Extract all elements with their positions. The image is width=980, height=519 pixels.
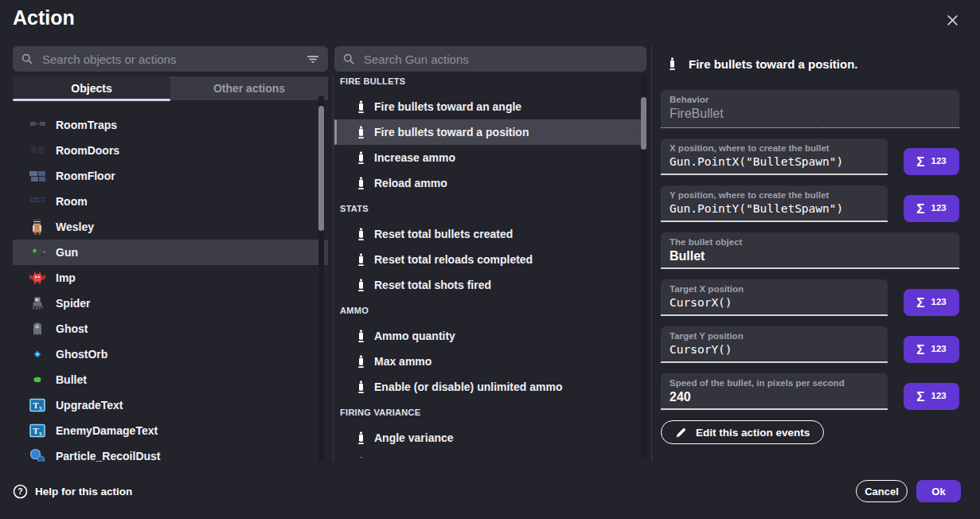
action-item-partial[interactable] xyxy=(334,451,646,458)
cancel-button[interactable]: Cancel xyxy=(856,480,908,502)
action-item-angle-variance[interactable]: Angle variance xyxy=(334,425,646,451)
field-y-position[interactable]: Y position, where to create the bulletGu… xyxy=(661,185,888,222)
sigma-icon: Σ xyxy=(916,202,924,216)
action-item-fire-bullets-toward-an-angle[interactable]: Fire bullets toward an angle xyxy=(334,94,646,119)
field-label: Speed of the bullet, in pixels per secon… xyxy=(670,378,879,388)
object-item-bullet[interactable]: Bullet xyxy=(13,367,328,392)
field-row-speed: Speed of the bullet, in pixels per secon… xyxy=(661,373,959,410)
object-item-spider[interactable]: Spider xyxy=(13,291,328,316)
numeric-badge: 123 xyxy=(931,345,947,354)
spider-icon xyxy=(29,295,46,312)
expression-editor-button[interactable]: Σ123 xyxy=(904,383,959,410)
field-target-y[interactable]: Target Y positionCursorY() xyxy=(661,326,888,363)
tab-objects[interactable]: Objects xyxy=(13,76,170,100)
numeric-badge: 123 xyxy=(931,298,947,307)
sigma-icon: Σ xyxy=(916,296,924,310)
numeric-badge: 123 xyxy=(931,157,947,166)
action-item-fire-bullets-toward-a-position[interactable]: Fire bullets toward a position xyxy=(334,119,646,145)
svg-text:x: x xyxy=(39,430,42,437)
object-item-label: Spider xyxy=(56,297,91,310)
help-link[interactable]: ? Help for this action xyxy=(13,480,132,502)
action-item-reload-ammo[interactable]: Reload ammo xyxy=(334,170,646,196)
object-item-roomfloor[interactable]: RoomFloor xyxy=(13,163,328,189)
particle-icon xyxy=(29,447,46,462)
field-row-x-position: X position, where to create the bulletGu… xyxy=(661,139,959,175)
action-item-reset-total-bullets-created[interactable]: Reset total bullets created xyxy=(334,221,646,247)
field-value: FireBullet xyxy=(670,107,951,121)
section-header-firing-variance: FIRING VARIANCE xyxy=(334,400,646,425)
ok-button[interactable]: Ok xyxy=(916,480,961,502)
object-item-ghost[interactable]: Ghost xyxy=(13,316,328,341)
bullet-action-icon xyxy=(356,252,366,267)
field-speed[interactable]: Speed of the bullet, in pixels per secon… xyxy=(661,373,888,410)
search-icon xyxy=(21,53,33,65)
action-description: Fire bullets toward a position. xyxy=(667,54,858,73)
field-label: Target X position xyxy=(670,284,879,294)
object-item-gun[interactable]: Gun xyxy=(13,240,328,265)
divider xyxy=(651,46,652,462)
object-item-label: Particle_RecoilDust xyxy=(56,450,161,462)
room-icon xyxy=(29,193,46,210)
action-item-label: Reset total bullets created xyxy=(374,228,513,240)
left-scrollbar-thumb[interactable] xyxy=(318,106,324,231)
section-header-ammo: AMMO xyxy=(334,298,646,323)
section-header-stats: STATS xyxy=(334,196,646,221)
filter-icon[interactable] xyxy=(306,53,320,65)
bullet-action-icon xyxy=(356,329,366,343)
action-item-increase-ammo[interactable]: Increase ammo xyxy=(334,145,646,170)
expression-editor-button[interactable]: Σ123 xyxy=(904,336,959,363)
imp-icon xyxy=(29,269,46,287)
tab-other-actions[interactable]: Other actions xyxy=(170,76,328,100)
object-item-wesley[interactable]: Wesley xyxy=(13,214,328,240)
object-list: RoomTrapsRoomDoorsRoomFloorRoomWesleyGun… xyxy=(13,112,328,462)
object-item-enemydamagetext[interactable]: TxEnemyDamageText xyxy=(13,418,328,443)
roomfloor-icon xyxy=(29,167,46,185)
middle-scrollbar-thumb[interactable] xyxy=(641,97,646,150)
expression-editor-button[interactable]: Σ123 xyxy=(904,195,959,222)
field-x-position[interactable]: X position, where to create the bulletGu… xyxy=(661,139,888,175)
expression-editor-button[interactable]: Σ123 xyxy=(904,289,959,316)
object-item-label: RoomFloor xyxy=(56,170,115,182)
field-label: The bullet object xyxy=(670,237,951,247)
action-item-max-ammo[interactable]: Max ammo xyxy=(334,349,646,374)
svg-text:x: x xyxy=(39,404,42,412)
svg-text:?: ? xyxy=(18,486,22,496)
object-item-imp[interactable]: Imp xyxy=(13,265,328,291)
action-item-label: Angle variance xyxy=(374,431,454,444)
field-target-x[interactable]: Target X positionCursorX() xyxy=(661,279,888,316)
actions-search-input[interactable] xyxy=(362,52,638,67)
field-value: 240 xyxy=(670,390,879,404)
object-item-label: UpgradeText xyxy=(56,399,123,412)
object-item-particle-recoildust[interactable]: Particle_RecoilDust xyxy=(13,443,328,462)
field-behavior: BehaviorFireBullet xyxy=(661,90,959,128)
object-item-label: RoomTraps xyxy=(56,119,117,131)
help-icon: ? xyxy=(13,484,28,499)
action-item-reset-total-shots-fired[interactable]: Reset total shots fired xyxy=(334,272,646,298)
search-icon xyxy=(342,53,355,65)
edit-action-events-button[interactable]: Edit this action events xyxy=(661,420,824,444)
action-item-ammo-quantity[interactable]: Ammo quantity xyxy=(334,323,646,349)
page-title: Action xyxy=(13,6,75,29)
text-icon: Tx xyxy=(29,422,46,439)
object-item-room[interactable]: Room xyxy=(13,189,328,214)
expression-editor-button[interactable]: Σ123 xyxy=(904,148,959,175)
ghost-icon xyxy=(29,320,46,338)
bullet-action-icon xyxy=(356,227,366,241)
close-icon[interactable] xyxy=(944,12,960,28)
objects-search-input[interactable] xyxy=(41,52,299,67)
field-label: X position, where to create the bullet xyxy=(670,143,879,153)
object-item-roomtraps[interactable]: RoomTraps xyxy=(13,112,328,138)
field-row-target-x: Target X positionCursorX()Σ123 xyxy=(661,279,959,316)
action-item-reset-total-reloads-completed[interactable]: Reset total reloads completed xyxy=(334,247,646,272)
roomdoors-icon xyxy=(29,142,46,159)
numeric-badge: 123 xyxy=(931,392,947,401)
edit-action-events-label: Edit this action events xyxy=(696,427,810,439)
object-item-ghostorb[interactable]: GhostOrb xyxy=(13,341,328,367)
object-item-upgradetext[interactable]: TxUpgradeText xyxy=(13,392,328,418)
action-item-label: Ammo quantity xyxy=(374,330,455,342)
action-item-label: Increase ammo xyxy=(374,151,455,164)
action-item-enable-or-disable-unlimited-ammo[interactable]: Enable (or disable) unlimited ammo xyxy=(334,374,646,400)
field-bullet-object[interactable]: The bullet objectBullet xyxy=(661,232,959,269)
object-item-roomdoors[interactable]: RoomDoors xyxy=(13,138,328,163)
ghostorb-icon xyxy=(29,345,46,363)
